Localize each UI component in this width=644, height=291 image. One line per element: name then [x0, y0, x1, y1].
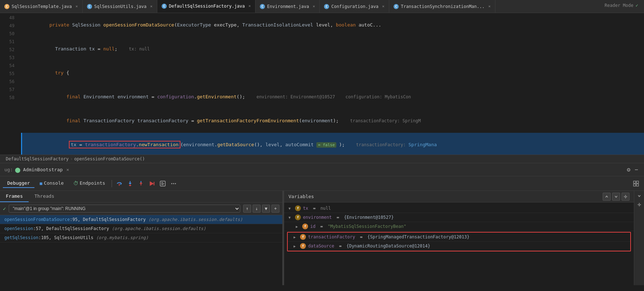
- thread-filter-button[interactable]: ▼: [262, 205, 270, 213]
- code-line-52: final TransactionFactory transactionFact…: [21, 109, 644, 133]
- tab-icon-SqlSessionUtils: C: [87, 4, 92, 9]
- close-tab-SqlSessionTemplate[interactable]: ×: [75, 4, 78, 9]
- field-icon-transactionFactory: f: [300, 234, 306, 240]
- layout-button[interactable]: [631, 179, 641, 189]
- vars-scroll-down[interactable]: [612, 193, 620, 201]
- frame-item-1[interactable]: openSession:57, DefaultSqlSessionFactory…: [0, 224, 282, 233]
- code-line-50: try {: [21, 61, 644, 85]
- field-icon-dataSource: f: [300, 243, 306, 249]
- debug-bar: ug: ⬤ AdminBootstrap × ⚙ −: [0, 163, 644, 176]
- step-over-button[interactable]: [114, 179, 124, 189]
- tab-bar: C SqlSessionTemplate.java × C SqlSession…: [0, 0, 644, 13]
- tab-Environment[interactable]: C Environment.java ×: [255, 0, 320, 13]
- frames-tab[interactable]: Frames: [0, 191, 29, 202]
- svg-rect-17: [636, 184, 639, 186]
- thread-running-icon: ✓: [3, 206, 6, 212]
- step-into-button[interactable]: [125, 179, 135, 189]
- tab-DefaultSqlSessionFactory[interactable]: C DefaultSqlSessionFactory.java ×: [157, 0, 255, 13]
- field-icon-environment: f: [295, 214, 301, 220]
- svg-point-12: [173, 183, 174, 184]
- more-options-button[interactable]: [169, 179, 179, 189]
- var-id[interactable]: ▶ f id = "MybatisSqlSessionFactoryBean": [284, 222, 634, 231]
- close-tab-Configuration[interactable]: ×: [382, 4, 385, 9]
- expand-transactionFactory: ▶: [294, 235, 298, 239]
- tab-icon-SqlSessionTemplate: C: [4, 4, 9, 9]
- thread-add-button[interactable]: +: [271, 205, 279, 213]
- debug-icons: ⚙ −: [626, 165, 640, 174]
- tab-icon-Configuration: C: [324, 4, 329, 9]
- var-highlighted-group: ▶ f transactionFactory = {SpringManagedT…: [287, 232, 631, 251]
- threads-tab[interactable]: Threads: [29, 191, 60, 202]
- tab-endpoints[interactable]: ⏱ Endpoints: [69, 179, 109, 188]
- tab-SqlSessionUtils[interactable]: C SqlSessionUtils.java ×: [83, 0, 157, 13]
- debug-title-prefix: ug:: [4, 167, 13, 172]
- reader-mode-area: Reader Mode ✓: [604, 3, 638, 8]
- svg-point-11: [171, 183, 173, 184]
- right-panel-controls: [634, 191, 644, 285]
- breadcrumb: DefaultSqlSessionFactory › openSessionFr…: [0, 155, 644, 163]
- svg-point-13: [175, 183, 176, 184]
- tab-icon-DefaultSqlSessionFactory: C: [162, 4, 167, 9]
- line-numbers: 48 49 50 51 52 53 54 55 56 57 58: [0, 13, 18, 155]
- svg-rect-15: [636, 181, 639, 183]
- debug-session-icon: ⬤: [15, 167, 21, 173]
- editor-area: 48 49 50 51 52 53 54 55 56 57 58 private…: [0, 13, 644, 191]
- field-icon-id: f: [302, 224, 308, 229]
- tab-SqlSessionTemplate[interactable]: C SqlSessionTemplate.java ×: [0, 0, 83, 13]
- debug-title: ug: ⬤ AdminBootstrap ×: [4, 167, 69, 173]
- frames-panel: Frames Threads ✓ "main"@1 in group "main…: [0, 191, 283, 285]
- settings-icon[interactable]: ⚙: [626, 165, 632, 174]
- minimize-icon[interactable]: −: [633, 165, 640, 174]
- svg-point-19: [639, 204, 640, 205]
- close-tab-SqlSessionUtils[interactable]: ×: [150, 4, 153, 9]
- code-content: private SqlSession openSessionFromDataSo…: [18, 13, 644, 155]
- split-pane: Frames Threads ✓ "main"@1 in group "main…: [0, 191, 644, 285]
- vars-scroll-up[interactable]: [603, 193, 611, 201]
- code-line-49: Transaction tx = null; tx: null: [21, 37, 644, 61]
- variables-list: ▼ f tx = null ▼ f environment = {Environ…: [284, 202, 634, 285]
- close-tab-Environment[interactable]: ×: [313, 4, 315, 9]
- frame-item-active[interactable]: openSessionFromDataSource:95, DefaultSql…: [0, 215, 282, 224]
- code-line-53: tx = transactionFactory.newTransaction(e…: [21, 133, 644, 155]
- close-debug-session[interactable]: ×: [66, 167, 69, 172]
- var-tx[interactable]: ▼ f tx = null: [284, 204, 634, 213]
- var-transactionFactory[interactable]: ▶ f transactionFactory = {SpringManagedT…: [288, 233, 630, 242]
- expand-environment: ▼: [288, 216, 293, 220]
- step-out-button[interactable]: [136, 179, 146, 189]
- frames-panel-tabs: Frames Threads: [0, 191, 282, 202]
- reader-check-icon: ✓: [636, 3, 638, 8]
- expand-dataSource: ▶: [294, 244, 298, 248]
- tab-console[interactable]: ◼ Console: [35, 179, 68, 188]
- right-panel-settings[interactable]: [636, 201, 643, 208]
- run-to-cursor-button[interactable]: [147, 179, 157, 189]
- tab-icon-Environment: C: [260, 4, 265, 9]
- toolbar-separator-1: [112, 180, 112, 187]
- svg-rect-14: [633, 181, 636, 183]
- code-line-51: final Environment environment = configur…: [21, 85, 644, 109]
- svg-rect-16: [633, 184, 636, 186]
- field-icon-tx: f: [295, 205, 301, 211]
- frame-item-2[interactable]: getSqlSession:105, SqlSessionUtils (org.…: [0, 233, 282, 242]
- thread-selector: ✓ "main"@1 in group "main": RUNNING ↑ ↓ …: [0, 202, 282, 215]
- tab-TransactionSynchronization[interactable]: C TransactionSynchronizationMan... ×: [389, 0, 495, 13]
- thread-up-button[interactable]: ↑: [243, 205, 251, 213]
- tab-icon-TransactionSynchronization: C: [394, 4, 399, 9]
- thread-dropdown[interactable]: "main"@1 in group "main": RUNNING: [9, 205, 240, 213]
- var-dataSource[interactable]: ▶ f dataSource = {DynamicRoutingDataSour…: [288, 242, 630, 251]
- svg-point-18: [625, 196, 626, 197]
- close-tab-DefaultSqlSessionFactory[interactable]: ×: [248, 4, 251, 8]
- thread-down-button[interactable]: ↓: [253, 205, 261, 213]
- tab-debugger[interactable]: Debugger: [3, 179, 34, 188]
- tab-Configuration[interactable]: C Configuration.java ×: [320, 0, 389, 13]
- close-tab-TransactionSynchronization[interactable]: ×: [488, 4, 491, 9]
- expand-id: ▶: [296, 225, 300, 229]
- code-line-48: private SqlSession openSessionFromDataSo…: [21, 13, 644, 37]
- var-environment[interactable]: ▼ f environment = {Environment@10527}: [284, 213, 634, 222]
- variables-header: Variables: [284, 191, 634, 202]
- variables-panel: Variables ▼ f tx = null: [284, 191, 634, 285]
- right-panel-collapse[interactable]: [636, 192, 643, 200]
- evaluate-button[interactable]: [158, 179, 168, 189]
- breadcrumb-sep: ›: [70, 156, 72, 161]
- toolbar: Debugger ◼ Console ⏱ Endpoints: [0, 176, 644, 191]
- vars-settings-icon[interactable]: [622, 193, 630, 201]
